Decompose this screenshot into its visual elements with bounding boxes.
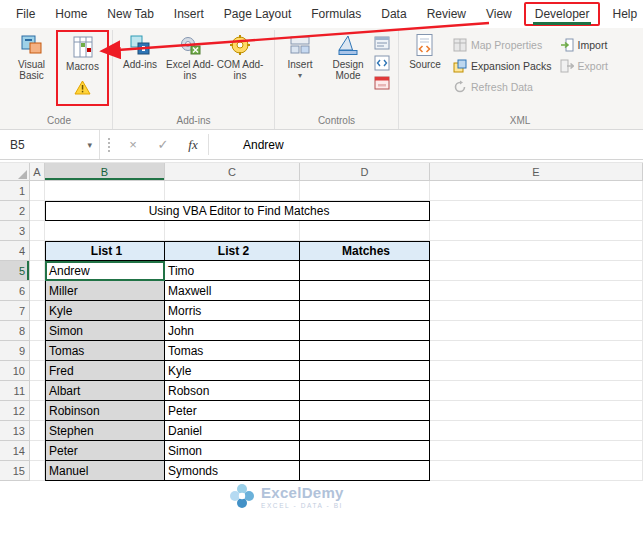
row-header-13[interactable]: 13 xyxy=(0,421,30,441)
cell-D15[interactable] xyxy=(300,461,430,481)
cell-B14[interactable]: Peter xyxy=(45,441,165,461)
add-ins-button[interactable]: Add-ins xyxy=(116,30,164,70)
cell-B4[interactable]: List 1 xyxy=(45,241,165,261)
design-mode-button[interactable]: Design Mode xyxy=(324,30,372,81)
cell[interactable] xyxy=(430,441,643,461)
cell-C5[interactable]: Timo xyxy=(165,261,300,281)
cell-B9[interactable]: Tomas xyxy=(45,341,165,361)
cell-C10[interactable]: Kyle xyxy=(165,361,300,381)
cell[interactable] xyxy=(30,341,45,361)
cell-B6[interactable]: Miller xyxy=(45,281,165,301)
cell[interactable] xyxy=(300,181,430,201)
cell[interactable] xyxy=(30,181,45,201)
cell[interactable] xyxy=(430,281,643,301)
cell-B5-active[interactable]: Andrew xyxy=(45,261,165,281)
cell-D9[interactable] xyxy=(300,341,430,361)
cell[interactable] xyxy=(430,241,643,261)
cell[interactable] xyxy=(430,321,643,341)
tab-developer[interactable]: Developer xyxy=(524,2,601,26)
select-all-corner[interactable] xyxy=(0,163,30,181)
tab-file[interactable]: File xyxy=(6,0,45,28)
tab-home[interactable]: Home xyxy=(45,0,97,28)
cell[interactable] xyxy=(30,421,45,441)
run-dialog-icon[interactable] xyxy=(374,75,390,91)
cell-C8[interactable]: John xyxy=(165,321,300,341)
cell-B2-title[interactable]: Using VBA Editor to Find Matches xyxy=(45,201,430,221)
map-properties-button[interactable]: Map Properties xyxy=(450,34,555,55)
cell-B11[interactable]: Albart xyxy=(45,381,165,401)
cell-D7[interactable] xyxy=(300,301,430,321)
cell-D11[interactable] xyxy=(300,381,430,401)
cell[interactable] xyxy=(30,381,45,401)
macros-button[interactable]: Macros xyxy=(60,32,106,78)
row-header-10[interactable]: 10 xyxy=(0,361,30,381)
cell[interactable] xyxy=(430,201,643,221)
export-button[interactable]: Export xyxy=(557,55,611,76)
cell-D8[interactable] xyxy=(300,321,430,341)
row-header-9[interactable]: 9 xyxy=(0,341,30,361)
cell[interactable] xyxy=(430,221,643,241)
cell-C12[interactable]: Peter xyxy=(165,401,300,421)
cell-B12[interactable]: Robinson xyxy=(45,401,165,421)
cell[interactable] xyxy=(430,461,643,481)
cell[interactable] xyxy=(30,281,45,301)
column-header-c[interactable]: C xyxy=(165,163,300,181)
tab-help[interactable]: Help xyxy=(602,0,643,28)
view-code-icon[interactable] xyxy=(374,55,390,71)
cell[interactable] xyxy=(30,401,45,421)
cell-D12[interactable] xyxy=(300,401,430,421)
column-header-d[interactable]: D xyxy=(300,163,430,181)
cell[interactable] xyxy=(30,321,45,341)
cell[interactable] xyxy=(165,221,300,241)
cell-D10[interactable] xyxy=(300,361,430,381)
row-header-14[interactable]: 14 xyxy=(0,441,30,461)
cell-B8[interactable]: Simon xyxy=(45,321,165,341)
cell-B13[interactable]: Stephen xyxy=(45,421,165,441)
cell[interactable] xyxy=(30,361,45,381)
cell-C11[interactable]: Robson xyxy=(165,381,300,401)
import-button[interactable]: Import xyxy=(557,34,611,55)
cell[interactable] xyxy=(430,421,643,441)
refresh-data-button[interactable]: Refresh Data xyxy=(450,76,555,97)
row-header-5[interactable]: 5 xyxy=(0,261,30,281)
cell[interactable] xyxy=(45,221,165,241)
cell-B10[interactable]: Fred xyxy=(45,361,165,381)
source-button[interactable]: Source xyxy=(402,30,448,70)
cell[interactable] xyxy=(30,261,45,281)
formula-input[interactable]: Andrew xyxy=(209,130,284,159)
cell[interactable] xyxy=(45,181,165,201)
row-header-11[interactable]: 11 xyxy=(0,381,30,401)
tab-formulas[interactable]: Formulas xyxy=(301,0,371,28)
row-header-15[interactable]: 15 xyxy=(0,461,30,481)
cancel-icon[interactable]: × xyxy=(118,130,148,159)
cell-D5[interactable] xyxy=(300,261,430,281)
cell[interactable] xyxy=(430,401,643,421)
visual-basic-button[interactable]: Visual Basic xyxy=(9,30,54,81)
expansion-packs-button[interactable]: Expansion Packs xyxy=(450,55,555,76)
enter-icon[interactable]: ✓ xyxy=(148,130,178,159)
cell[interactable] xyxy=(430,341,643,361)
tab-page-layout[interactable]: Page Layout xyxy=(214,0,301,28)
cell[interactable] xyxy=(430,381,643,401)
cell[interactable] xyxy=(430,181,643,201)
tab-review[interactable]: Review xyxy=(417,0,476,28)
cell[interactable] xyxy=(30,241,45,261)
row-header-2[interactable]: 2 xyxy=(0,201,30,221)
tab-new-tab[interactable]: New Tab xyxy=(97,0,163,28)
row-header-7[interactable]: 7 xyxy=(0,301,30,321)
cell[interactable] xyxy=(30,201,45,221)
row-header-1[interactable]: 1 xyxy=(0,181,30,201)
insert-control-button[interactable]: Insert ▾ xyxy=(278,30,322,79)
cell[interactable] xyxy=(30,221,45,241)
column-header-b[interactable]: B xyxy=(45,163,165,181)
row-header-8[interactable]: 8 xyxy=(0,321,30,341)
tab-data[interactable]: Data xyxy=(371,0,416,28)
formula-bar-handle[interactable] xyxy=(100,130,118,159)
cell[interactable] xyxy=(430,261,643,281)
insert-function-button[interactable]: fx xyxy=(178,130,208,159)
cell-C4[interactable]: List 2 xyxy=(165,241,300,261)
cell-B7[interactable]: Kyle xyxy=(45,301,165,321)
row-header-4[interactable]: 4 xyxy=(0,241,30,261)
cell-C7[interactable]: Morris xyxy=(165,301,300,321)
name-box-dropdown-icon[interactable]: ▾ xyxy=(87,140,99,150)
